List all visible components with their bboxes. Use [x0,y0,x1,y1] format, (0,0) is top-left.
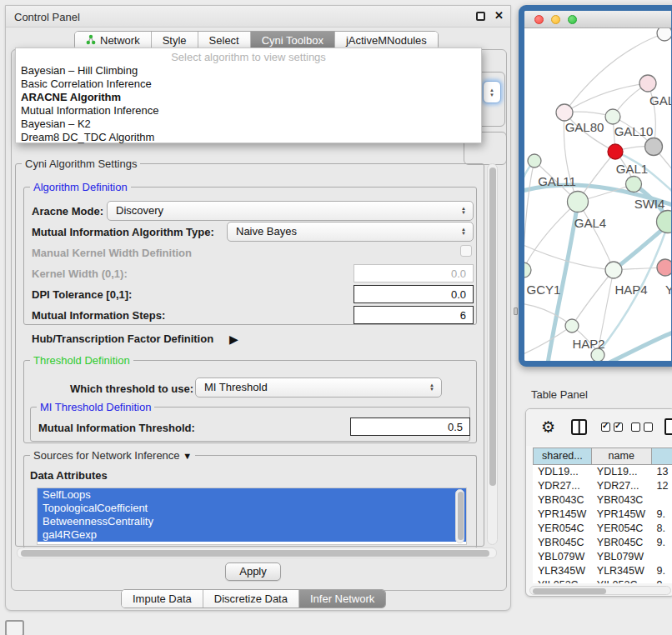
scrollbar-thumb[interactable] [21,550,489,557]
network-node-gal4[interactable] [568,192,589,212]
column-header[interactable] [652,448,672,465]
attributes-list-scrollbar[interactable] [455,489,464,543]
mi-algorithm-type-label: Mutual Information Algorithm Type: [32,226,214,238]
node-label: GAL [649,93,672,108]
sources-group-title: Sources for Network Inference ▼ [30,449,195,462]
scrollbar-thumb[interactable] [489,168,496,486]
table-row[interactable]: YDL19...YDL19...13 [533,465,672,479]
split-columns-icon[interactable] [571,419,587,435]
kernel-width-field[interactable]: 0.0 [354,264,474,282]
network-node-gray[interactable] [645,138,663,156]
tab-network[interactable]: Network [75,32,152,49]
splitter-grip[interactable] [514,308,518,315]
table-row[interactable]: YBR045CYBR045C9. [533,536,672,550]
dropdown-item-aracne[interactable]: ARACNE Algorithm [16,91,481,104]
table-row[interactable]: YPR145WYPR145W9. [533,508,672,522]
network-node[interactable] [657,28,672,41]
kernel-width-label: Kernel Width (0,1): [32,268,128,280]
gear-icon[interactable]: ⚙ [541,418,555,437]
dropdown-item[interactable]: Dream8 DC_TDC Algorithm [16,131,481,144]
which-threshold-combo[interactable]: MI Threshold [195,378,442,398]
table-row[interactable]: YBR043CYBR043C [533,493,672,508]
combo-arrows-icon [459,202,468,220]
table-row[interactable]: YBL079WYBL079W [533,550,672,564]
network-node-hap4[interactable] [605,262,622,278]
attribute-item-selected[interactable]: BetweennessCentrality [38,515,466,528]
network-node[interactable] [528,154,541,168]
scrollbar-thumb[interactable] [533,588,606,594]
tab-impute-data[interactable]: Impute Data [122,590,203,608]
dropdown-item[interactable]: Bayesian – Hill Climbing [16,64,481,78]
network-node-gcy1[interactable] [524,262,531,278]
float-window-icon[interactable] [476,12,485,21]
settings-vertical-scrollbar[interactable] [487,163,498,545]
algorithm-dropdown-popup: Select algorithm to view settings Bayesi… [15,48,482,143]
settings-group-title: Cyni Algorithm Settings [22,158,140,170]
mi-steps-label: Mutual Information Steps: [32,309,165,322]
attribute-item-selected[interactable]: TopologicalCoefficient [38,502,466,515]
mi-threshold-label: Mutual Information Threshold: [38,422,195,434]
table-row[interactable]: YLR345WYLR345W9. [533,564,672,578]
minimized-panel-icon[interactable] [5,620,24,635]
data-attributes-label: Data Attributes [30,469,108,482]
column-header-shared-name[interactable]: shared... [533,448,592,465]
tab-infer-network[interactable]: Infer Network [299,590,385,608]
dropdown-item[interactable]: Basic Correlation Inference [16,78,481,91]
settings-horizontal-scrollbar[interactable] [17,548,497,558]
focused-spinner-fragment[interactable]: ▲▼ [483,81,501,103]
deselect-all-checkboxes-icon[interactable] [631,422,653,432]
scrollbar-thumb[interactable] [458,492,464,540]
attribute-item-selected[interactable]: SelfLoops [38,488,466,502]
node-label: GAL11 [538,174,576,188]
apply-button[interactable]: Apply [225,562,281,581]
table-header-row: shared... name [533,448,672,465]
select-all-checkboxes-icon[interactable] [601,422,623,432]
network-node-gal80[interactable] [556,104,573,121]
network-node-salmon[interactable] [657,259,672,276]
mi-algorithm-type-value: Naive Bayes [236,225,297,238]
network-canvas[interactable]: GAL GAL80 GAL10 GAL1 GAL11 SWI4 GAL4 GCY… [524,28,671,361]
node-label: Y [665,282,672,297]
aracne-mode-combo[interactable]: Discovery [107,201,474,221]
dpi-tolerance-field[interactable]: 0.0 [354,285,474,303]
tab-discretize-data[interactable]: Discretize Data [203,590,299,608]
manual-kernel-width-checkbox[interactable] [460,245,472,257]
dropdown-item[interactable]: Mutual Information Inference [16,104,481,118]
mi-algorithm-type-combo[interactable]: Naive Bayes [227,222,474,242]
expander-right-icon[interactable]: ▶ [229,332,238,346]
tab-select[interactable]: Select [198,32,251,49]
tab-style[interactable]: Style [152,32,198,49]
table-row[interactable]: YIL052CYIL052C9 [533,578,672,583]
table-row[interactable]: YDR27...YDR27...12 [533,479,672,493]
combo-arrows-icon [459,222,468,241]
network-node-hap2[interactable] [565,319,579,332]
collapse-down-icon[interactable]: ▼ [183,451,192,461]
attribute-item-selected[interactable]: gal4RGexp [38,528,466,542]
table-row[interactable]: YER054CYER054C8. [533,522,672,536]
tab-cyni-toolbox[interactable]: Cyni Toolbox [251,32,335,49]
table-body[interactable]: YDL19...YDL19...13 YDR27...YDR27...12 YB… [533,465,672,583]
dropdown-list: Bayesian – Hill Climbing Basic Correlati… [16,64,481,144]
network-node-gal10[interactable] [605,109,620,124]
network-node[interactable] [639,75,656,92]
close-traffic-light-icon[interactable] [534,15,544,24]
new-table-icon[interactable] [664,418,672,435]
mi-threshold-field[interactable]: 0.5 [350,418,470,436]
zoom-traffic-light-icon[interactable] [568,15,577,24]
network-node-red-gal1[interactable] [608,144,623,159]
column-header-name[interactable]: name [592,448,652,465]
dropdown-item[interactable]: Bayesian – K2 [16,118,481,131]
tab-jactivemnodules[interactable]: jActiveMNodules [335,32,438,49]
minimize-traffic-light-icon[interactable] [551,15,560,24]
algorithm-definition-title: Algorithm Definition [30,181,131,193]
network-node-swi4[interactable] [626,177,642,192]
node-label: GAL1 [616,162,648,176]
table-panel-title: Table Panel [531,388,588,401]
close-icon[interactable]: ✕ [494,9,504,22]
which-threshold-label: Which threshold to use: [70,382,193,395]
dropdown-prompt: Select algorithm to view settings [16,51,481,63]
tab-network-label: Network [100,34,140,47]
table-horizontal-scrollbar[interactable] [529,586,671,595]
network-node[interactable] [657,211,672,233]
mi-steps-field[interactable]: 6 [354,306,474,324]
